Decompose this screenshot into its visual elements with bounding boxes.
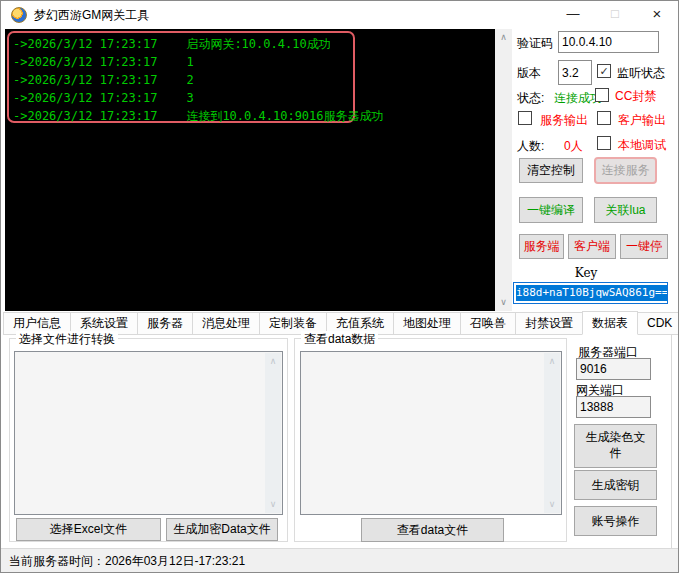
tab-message-handling[interactable]: 消息处理 [192,312,260,334]
app-window: 梦幻西游GM网关工具 — □ × ->2026/3/12 17:23:17 启动… [0,0,679,573]
log-line: ->2026/3/12 17:23:17 启动网关:10.0.4.10成功 [13,35,384,53]
link-lua-button[interactable]: 关联lua [594,197,657,223]
scroll-down-icon[interactable]: ∨ [544,496,560,513]
status-label: 状态: [517,90,544,107]
server-side-button[interactable]: 服务端 [519,234,564,259]
gateway-port-input[interactable] [576,396,651,418]
server-output-checkbox[interactable] [518,111,532,125]
file-listbox-scrollbar[interactable]: ∧ ∨ [265,353,281,513]
data-listbox-scrollbar[interactable]: ∧ ∨ [544,353,560,513]
compile-button[interactable]: 一键编译 [519,197,583,223]
version-input[interactable] [558,60,592,85]
app-icon [11,7,27,23]
captcha-label: 验证码 [517,35,553,52]
tab-server[interactable]: 服务器 [137,312,193,334]
client-output-checkbox[interactable] [597,111,611,125]
convert-groupbox: 选择文件进行转换 ∧ ∨ 选择Excel文件 生成加密Data文件 [9,338,288,542]
client-output-label: 客户输出 [618,112,666,129]
connect-service-button: 连接服务 [594,157,657,184]
key-input[interactable]: i88d+naT10BjqwSAQ861g== [513,282,668,304]
close-icon[interactable]: × [636,1,678,29]
tab-summon-beast[interactable]: 召唤兽 [460,312,516,334]
server-port-input[interactable] [576,358,651,380]
file-listbox[interactable]: ∧ ∨ [14,351,283,515]
scroll-down-icon[interactable]: ∨ [265,496,281,513]
version-label: 版本 [517,65,541,82]
console-scrollbar[interactable]: ∧ ∨ [495,29,512,311]
convert-group-title: 选择文件进行转换 [16,331,118,348]
log-console: ->2026/3/12 17:23:17 启动网关:10.0.4.10成功 ->… [5,29,495,311]
minimize-icon[interactable]: — [552,1,594,29]
scroll-down-icon[interactable]: ∨ [495,294,512,311]
maximize-icon: □ [594,1,636,29]
cc-ban-checkbox[interactable] [595,88,609,102]
tab-map-handling[interactable]: 地图处理 [393,312,461,334]
data-table-tab-page: 选择文件进行转换 ∧ ∨ 选择Excel文件 生成加密Data文件 查看data… [3,335,672,548]
listen-status-checkbox[interactable]: ✓ [597,64,611,78]
server-time-label: 当前服务器时间： [9,553,105,570]
log-line: ->2026/3/12 17:23:17 2 [13,71,384,89]
generate-key-button[interactable]: 生成密钥 [574,470,657,500]
tab-ban-settings[interactable]: 封禁设置 [515,312,583,334]
tab-cdk[interactable]: CDK [637,312,679,334]
clear-console-button[interactable]: 清空控制 [519,158,583,183]
log-line: ->2026/3/12 17:23:17 3 [13,89,384,107]
stop-all-button[interactable]: 一键停 [620,234,668,259]
server-time-value: 2026年03月12日-17:23:21 [105,553,245,570]
generate-dye-file-button[interactable]: 生成染色文件 [574,424,657,468]
account-operations-button[interactable]: 账号操作 [574,506,657,536]
scroll-up-icon[interactable]: ∧ [544,353,560,370]
log-line: ->2026/3/12 17:23:17 连接到10.0.4.10:9016服务… [13,107,384,125]
captcha-input[interactable] [558,31,659,53]
listen-status-label: 监听状态 [617,65,665,82]
tab-data-table[interactable]: 数据表 [582,311,638,335]
log-line: ->2026/3/12 17:23:17 1 [13,53,384,71]
view-data-groupbox: 查看data数据 ∧ ∨ 查看data文件 [294,338,567,542]
window-title: 梦幻西游GM网关工具 [34,1,149,29]
view-group-title: 查看data数据 [301,331,378,348]
view-data-file-button[interactable]: 查看data文件 [361,518,504,542]
user-count-label: 人数: [517,138,544,155]
key-value: i88d+naT10BjqwSAQ861g== [516,285,668,301]
local-debug-label: 本地调试 [618,137,666,154]
scroll-up-icon[interactable]: ∧ [495,29,512,46]
key-label: Key [561,266,611,280]
local-debug-checkbox[interactable] [597,136,611,150]
generate-encrypted-data-button[interactable]: 生成加密Data文件 [166,518,278,541]
select-excel-button[interactable]: 选择Excel文件 [16,518,161,541]
client-side-button[interactable]: 客户端 [568,234,616,259]
status-bar: 当前服务器时间： 2026年03月12日-17:23:21 [1,548,678,573]
cc-ban-label: CC封禁 [615,88,656,105]
server-output-label: 服务输出 [540,112,588,129]
titlebar: 梦幻西游GM网关工具 — □ × [1,1,678,29]
data-listbox[interactable]: ∧ ∨ [300,351,562,515]
scroll-up-icon[interactable]: ∧ [265,353,281,370]
user-count-value: 0人 [564,138,583,155]
check-icon: ✓ [599,65,608,77]
